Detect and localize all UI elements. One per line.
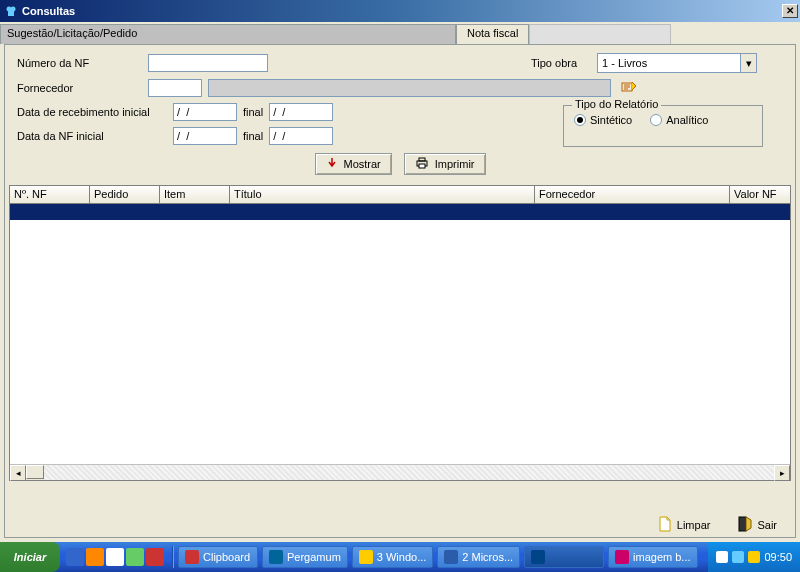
document-icon	[658, 516, 672, 534]
radio-icon	[574, 114, 586, 126]
ql-icon[interactable]	[146, 548, 164, 566]
input-data-receb-final[interactable]	[269, 103, 333, 121]
clock: 09:50	[764, 551, 792, 563]
ql-icon[interactable]	[86, 548, 104, 566]
task-label: Pergamum	[287, 551, 341, 563]
col-pedido[interactable]: Pedido	[90, 186, 160, 203]
task-item[interactable]: Clipboard	[178, 546, 258, 568]
label-final-1: final	[243, 106, 263, 118]
results-grid[interactable]: Nº. NF Pedido Item Título Fornecedor Val…	[9, 185, 791, 481]
scroll-left-icon[interactable]: ◂	[10, 465, 26, 481]
start-button[interactable]: Iniciar	[0, 542, 60, 572]
task-icon	[531, 550, 545, 564]
taskbar: Iniciar Clipboard Pergamum 3 Windo... 2 …	[0, 542, 800, 572]
task-item[interactable]: 3 Windo...	[352, 546, 434, 568]
input-data-nf-final[interactable]	[269, 127, 333, 145]
printer-icon	[415, 157, 429, 171]
label-fornecedor: Fornecedor	[17, 82, 142, 94]
scroll-track[interactable]	[44, 465, 774, 480]
svg-point-1	[11, 7, 16, 12]
task-label: Clipboard	[203, 551, 250, 563]
tab-sugestao[interactable]: Sugestão/Licitação/Pedido	[0, 24, 456, 44]
footer-bar: Limpar Sair	[5, 513, 795, 537]
tab-label: Sugestão/Licitação/Pedido	[7, 27, 137, 39]
ql-icon[interactable]	[126, 548, 144, 566]
col-item[interactable]: Item	[160, 186, 230, 203]
form-area: Número da NF Tipo obra 1 - Livros ▾ Forn…	[5, 45, 795, 185]
tray-icon[interactable]	[748, 551, 760, 563]
input-fornecedor-code[interactable]	[148, 79, 202, 97]
button-label: Imprimir	[435, 158, 475, 170]
task-icon	[269, 550, 283, 564]
button-label: Mostrar	[344, 158, 381, 170]
sair-button[interactable]: Sair	[738, 516, 777, 534]
ql-icon[interactable]	[106, 548, 124, 566]
tab-empty	[529, 24, 671, 44]
label-tipo-obra: Tipo obra	[531, 57, 591, 69]
col-titulo[interactable]: Título	[230, 186, 535, 203]
tray-icon[interactable]	[732, 551, 744, 563]
col-nf[interactable]: Nº. NF	[10, 186, 90, 203]
app-icon	[4, 4, 18, 18]
input-numero-nf[interactable]	[148, 54, 268, 72]
tab-label: Nota fiscal	[467, 27, 518, 39]
close-button[interactable]: ✕	[782, 4, 798, 18]
task-label: imagem b...	[633, 551, 690, 563]
grid-header: Nº. NF Pedido Item Título Fornecedor Val…	[10, 186, 790, 204]
groupbox-legend: Tipo do Relatório	[572, 98, 661, 110]
dropdown-tipo-obra[interactable]: 1 - Livros ▾	[597, 53, 757, 73]
radio-sintetico[interactable]: Sintético	[574, 114, 632, 126]
label-final-2: final	[243, 130, 263, 142]
radio-label: Sintético	[590, 114, 632, 126]
task-icon	[444, 550, 458, 564]
grid-selected-row[interactable]	[10, 204, 790, 220]
dropdown-value: 1 - Livros	[602, 57, 647, 69]
exit-icon	[738, 516, 752, 534]
start-label: Iniciar	[14, 551, 46, 563]
col-valor[interactable]: Valor NF	[730, 186, 790, 203]
arrow-down-icon	[326, 157, 338, 171]
tab-strip: Sugestão/Licitação/Pedido Nota fiscal	[0, 22, 800, 44]
radio-analitico[interactable]: Analítico	[650, 114, 708, 126]
imprimir-button[interactable]: Imprimir	[404, 153, 486, 175]
tray-icon[interactable]	[716, 551, 728, 563]
quicklaunch	[60, 548, 170, 566]
task-item[interactable]: 2 Micros...	[437, 546, 520, 568]
input-data-nf-inicial[interactable]	[173, 127, 237, 145]
grid-body	[10, 220, 790, 464]
divider	[172, 546, 174, 568]
link-label: Limpar	[677, 519, 711, 531]
horizontal-scrollbar[interactable]: ◂ ▸	[10, 464, 790, 480]
task-item-active[interactable]	[524, 546, 604, 568]
col-fornecedor[interactable]: Fornecedor	[535, 186, 730, 203]
label-numero-nf: Número da NF	[17, 57, 142, 69]
svg-rect-5	[419, 158, 425, 161]
lookup-icon[interactable]	[621, 80, 637, 96]
mostrar-button[interactable]: Mostrar	[315, 153, 392, 175]
system-tray[interactable]: 09:50	[708, 542, 800, 572]
radio-icon	[650, 114, 662, 126]
ql-icon[interactable]	[66, 548, 84, 566]
groupbox-tipo-relatorio: Tipo do Relatório Sintético Analítico	[563, 105, 763, 147]
label-data-receb: Data de recebimento inicial	[17, 106, 167, 118]
chevron-down-icon[interactable]: ▾	[740, 54, 756, 72]
svg-rect-7	[739, 517, 746, 531]
task-label: 3 Windo...	[377, 551, 427, 563]
task-label: 2 Micros...	[462, 551, 513, 563]
scroll-thumb[interactable]	[26, 465, 44, 479]
task-icon	[359, 550, 373, 564]
input-fornecedor-desc[interactable]	[208, 79, 611, 97]
svg-rect-2	[8, 11, 14, 16]
radio-label: Analítico	[666, 114, 708, 126]
window-title: Consultas	[22, 5, 782, 17]
input-data-receb-inicial[interactable]	[173, 103, 237, 121]
scroll-right-icon[interactable]: ▸	[774, 465, 790, 481]
task-icon	[185, 550, 199, 564]
task-item[interactable]: Pergamum	[262, 546, 348, 568]
link-label: Sair	[757, 519, 777, 531]
main-panel: Número da NF Tipo obra 1 - Livros ▾ Forn…	[4, 44, 796, 538]
tab-nota-fiscal[interactable]: Nota fiscal	[456, 24, 529, 44]
task-item[interactable]: imagem b...	[608, 546, 697, 568]
task-icon	[615, 550, 629, 564]
limpar-button[interactable]: Limpar	[658, 516, 711, 534]
